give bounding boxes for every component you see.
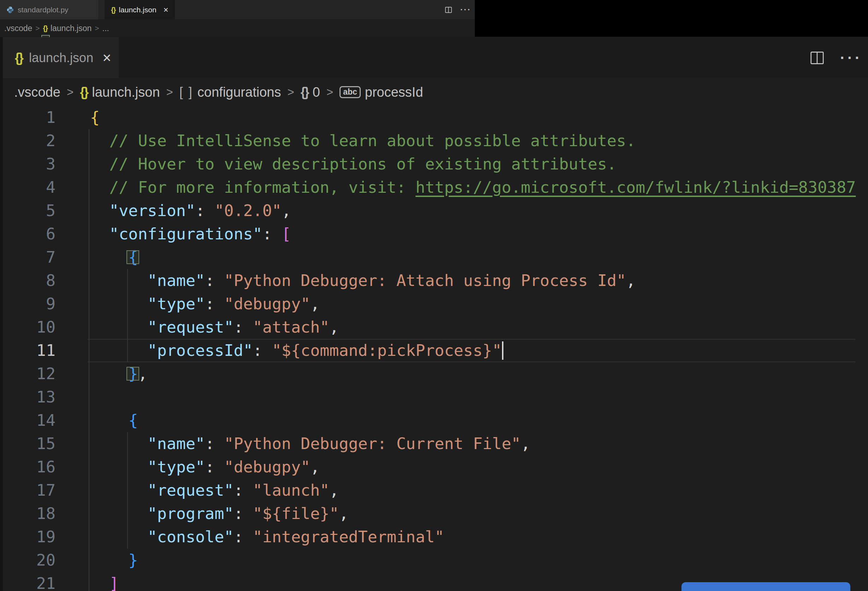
link[interactable]: https://go.microsoft.com/fwlink/?linkid=… xyxy=(415,178,856,197)
code-line-14[interactable]: 14 { xyxy=(0,409,868,432)
token: : xyxy=(233,481,252,500)
close-icon[interactable]: × xyxy=(102,50,111,65)
line-text: "processId": "${command:pickProcess}" xyxy=(90,339,503,362)
code-line-12[interactable]: 12 }, xyxy=(0,362,868,386)
breadcrumb-item-vscode[interactable]: .vscode xyxy=(14,85,61,100)
tab-label: launch.json xyxy=(29,50,93,65)
token: [ xyxy=(282,224,291,243)
code-line-16[interactable]: 16 "type": "debugpy", xyxy=(0,455,868,479)
code-line-7[interactable]: 7 { xyxy=(0,246,868,269)
breadcrumb-item-launch-json[interactable]: {} launch.json xyxy=(80,85,160,100)
code-line-13[interactable]: 13 xyxy=(0,386,868,409)
zoomed-tab-bar: {} launch.json × ··· xyxy=(0,37,868,78)
token: , xyxy=(282,201,291,220)
breadcrumb-label: 0 xyxy=(313,85,320,100)
line-number[interactable]: 9 xyxy=(0,292,56,315)
line-number[interactable]: 4 xyxy=(0,176,56,199)
tab-launch-json[interactable]: {} launch.json × xyxy=(105,0,175,19)
line-number[interactable]: 18 xyxy=(0,502,56,525)
token: "${command:pickProcess}" xyxy=(272,341,502,360)
code-line-2[interactable]: 2 // Use IntelliSense to learn about pos… xyxy=(0,129,868,153)
breadcrumb-item-configurations[interactable]: [ ] configurations xyxy=(180,85,281,100)
code-line-8[interactable]: 8 "name": "Python Debugger: Attach using… xyxy=(0,269,868,292)
line-number[interactable]: 12 xyxy=(0,362,56,386)
token: "request" xyxy=(148,481,234,500)
code-line-19[interactable]: 19 "console": "integratedTerminal" xyxy=(0,525,868,549)
token xyxy=(90,201,109,220)
chevron-right-icon: > xyxy=(165,85,174,99)
breadcrumb-label: .vscode xyxy=(14,85,61,100)
split-editor-icon[interactable] xyxy=(809,49,825,67)
line-number[interactable]: 19 xyxy=(0,525,56,549)
code-editor[interactable]: 1{2 // Use IntelliSense to learn about p… xyxy=(0,106,868,591)
split-editor-icon[interactable] xyxy=(444,6,453,14)
add-configuration-button[interactable] xyxy=(682,582,850,591)
line-number[interactable]: 11 xyxy=(0,339,56,362)
line-number[interactable]: 5 xyxy=(0,199,56,223)
line-text: "type": "debugpy", xyxy=(90,292,320,315)
token: "Python Debugger: Attach using Process I… xyxy=(224,271,626,290)
code-line-5[interactable]: 5 "version": "0.2.0", xyxy=(0,199,868,223)
tab-standardplot-py[interactable]: standardplot.py xyxy=(0,0,98,19)
breadcrumb-folder[interactable]: .vscode xyxy=(4,24,32,33)
breadcrumb-more[interactable]: ... xyxy=(102,24,109,33)
token: "debugpy" xyxy=(224,295,310,313)
code-line-9[interactable]: 9 "type": "debugpy", xyxy=(0,292,868,315)
black-overlay xyxy=(475,0,868,37)
breadcrumb-item-0[interactable]: {} 0 xyxy=(301,85,320,100)
breadcrumb-file[interactable]: launch.json xyxy=(50,24,92,33)
token: "type" xyxy=(148,295,205,313)
line-number[interactable]: 7 xyxy=(0,246,56,269)
code-line-10[interactable]: 10 "request": "attach", xyxy=(0,315,868,339)
code-line-17[interactable]: 17 "request": "launch", xyxy=(0,479,868,502)
json-braces-icon: {} xyxy=(80,85,88,100)
line-number[interactable]: 3 xyxy=(0,153,56,176)
editor-actions: ··· xyxy=(809,49,868,67)
code-line-11[interactable]: 11 "processId": "${command:pickProcess}" xyxy=(0,339,868,362)
token xyxy=(90,318,148,336)
array-brackets-icon: [ ] xyxy=(180,85,193,100)
token: "Python Debugger: Current File" xyxy=(224,434,521,453)
code-line-20[interactable]: 20 } xyxy=(0,549,868,572)
code-line-15[interactable]: 15 "name": "Python Debugger: Current Fil… xyxy=(0,432,868,455)
line-number[interactable]: 1 xyxy=(0,106,56,129)
tab-launch-json-zoomed[interactable]: {} launch.json × xyxy=(3,37,119,78)
token xyxy=(90,295,148,313)
line-number[interactable]: 21 xyxy=(0,572,56,591)
code-line-4[interactable]: 4 // For more information, visit: https:… xyxy=(0,176,868,199)
line-number[interactable]: 13 xyxy=(0,386,56,409)
line-number[interactable]: 20 xyxy=(0,549,56,572)
token: : xyxy=(253,341,272,360)
code-line-6[interactable]: 6 "configurations": [ xyxy=(0,223,868,246)
code-line-18[interactable]: 18 "program": "${file}", xyxy=(0,502,868,525)
token: // For more information, visit: xyxy=(109,178,415,197)
line-number[interactable]: 16 xyxy=(0,455,56,479)
token: // Use IntelliSense to learn about possi… xyxy=(109,131,636,150)
tab-label: standardplot.py xyxy=(18,6,68,14)
token: "attach" xyxy=(253,318,329,336)
object-braces-icon: {} xyxy=(301,85,309,100)
more-actions-icon[interactable]: ··· xyxy=(840,49,862,66)
token xyxy=(90,458,148,476)
line-number[interactable]: 15 xyxy=(0,432,56,455)
token: : xyxy=(205,458,224,476)
breadcrumb-item-processid[interactable]: abc processId xyxy=(340,85,423,100)
line-text: "name": "Python Debugger: Current File", xyxy=(90,432,530,455)
line-number[interactable]: 17 xyxy=(0,479,56,502)
token: , xyxy=(626,271,636,290)
line-number[interactable]: 14 xyxy=(0,409,56,432)
line-number[interactable]: 10 xyxy=(0,315,56,339)
token xyxy=(90,178,109,197)
close-icon[interactable]: × xyxy=(164,6,168,14)
line-number[interactable]: 8 xyxy=(0,269,56,292)
editor-actions: ··· xyxy=(444,0,475,19)
code-line-1[interactable]: 1{ xyxy=(0,106,868,129)
vscode-window: { "colors":{ "editor_background":"#1e1e1… xyxy=(0,0,868,591)
chevron-right-icon: > xyxy=(286,85,295,99)
line-number[interactable]: 6 xyxy=(0,223,56,246)
json-braces-icon: {} xyxy=(15,50,23,65)
more-actions-icon[interactable]: ··· xyxy=(460,5,471,15)
line-number[interactable]: 2 xyxy=(0,129,56,153)
line-text: "configurations": [ xyxy=(90,223,291,246)
code-line-3[interactable]: 3 // Hover to view descriptions of exist… xyxy=(0,153,868,176)
